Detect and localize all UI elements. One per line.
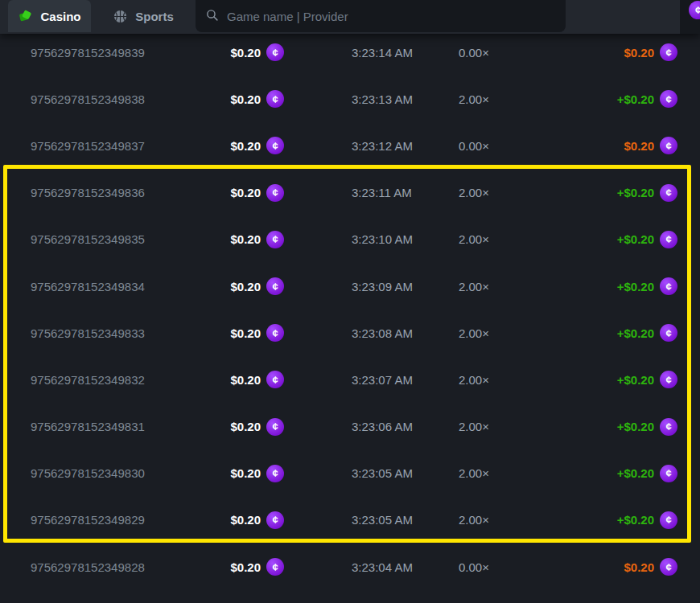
table-row[interactable]: 97562978152349832 $0.20 ¢ 3:23:07 AM 2.0… <box>0 356 700 403</box>
cent-glyph: ¢ <box>665 515 671 525</box>
currency-coin-icon: ¢ <box>266 558 284 576</box>
currency-coin-icon: ¢ <box>660 371 677 388</box>
bet-time: 3:23:04 AM <box>352 560 459 574</box>
basketball-icon <box>113 9 128 24</box>
bet-amount: $0.20 <box>230 186 261 199</box>
bet-time: 3:23:11 AM <box>352 186 459 199</box>
cent-glyph: ¢ <box>272 468 278 478</box>
bet-id: 97562978152349831 <box>31 420 228 433</box>
bet-multiplier: 2.00× <box>459 373 555 387</box>
bet-amount: $0.20 <box>230 92 261 106</box>
cent-glyph: ¢ <box>665 421 671 432</box>
tab-casino[interactable]: Casino <box>8 0 91 32</box>
table-row[interactable]: 97562978152349829 $0.20 ¢ 3:23:05 AM 2.0… <box>0 497 700 544</box>
bet-payout-group: $0.20 ¢ <box>555 43 677 61</box>
cent-glyph: ¢ <box>272 187 278 198</box>
table-row[interactable]: 97562978152349834 $0.20 ¢ 3:23:09 AM 2.0… <box>0 263 700 310</box>
bet-time: 3:23:10 AM <box>352 232 459 246</box>
bet-amount-group: $0.20 ¢ <box>228 465 284 482</box>
currency-coin-icon: ¢ <box>266 43 284 61</box>
bet-amount: $0.20 <box>230 326 261 340</box>
cent-glyph: ¢ <box>665 234 671 244</box>
bet-multiplier: 2.00× <box>459 92 555 106</box>
bet-id: 97562978152349838 <box>31 92 228 106</box>
currency-coin-icon: ¢ <box>660 511 677 529</box>
cent-glyph: ¢ <box>272 327 278 338</box>
currency-coin-icon: ¢ <box>266 324 284 342</box>
cent-glyph: ¢ <box>272 234 278 244</box>
bet-payout-group: +$0.20 ¢ <box>555 277 677 295</box>
currency-coin-icon: ¢ <box>660 43 677 61</box>
bet-payout-group: +$0.20 ¢ <box>555 371 677 388</box>
header-right-panel <box>566 0 680 34</box>
bet-multiplier: 2.00× <box>459 232 555 246</box>
bet-id: 97562978152349835 <box>31 232 228 246</box>
bet-amount-group: $0.20 ¢ <box>228 324 284 342</box>
table-row[interactable]: 97562978152349830 $0.20 ¢ 3:23:05 AM 2.0… <box>0 450 700 497</box>
bet-payout: +$0.20 <box>617 186 654 199</box>
currency-coin-icon: ¢ <box>660 324 677 342</box>
cent-glyph: ¢ <box>272 140 278 150</box>
table-row[interactable]: 97562978152349836 $0.20 ¢ 3:23:11 AM 2.0… <box>0 170 700 216</box>
bet-payout-group: +$0.20 ¢ <box>555 324 677 342</box>
currency-coin-icon: ¢ <box>266 231 284 248</box>
bet-time: 3:23:09 AM <box>352 280 459 293</box>
bet-id: 97562978152349839 <box>31 46 228 59</box>
currency-coin-icon: ¢ <box>660 90 677 108</box>
bet-payout: +$0.20 <box>617 232 654 246</box>
cent-glyph: ¢ <box>272 561 278 572</box>
search-icon <box>205 8 219 25</box>
bet-amount: $0.20 <box>230 513 261 527</box>
search-box[interactable] <box>196 0 566 32</box>
cent-glyph: ¢ <box>272 421 278 432</box>
bet-id: 97562978152349834 <box>31 280 228 293</box>
bet-payout: +$0.20 <box>617 373 654 387</box>
table-row[interactable]: 97562978152349828 $0.20 ¢ 3:23:04 AM 0.0… <box>0 544 700 590</box>
cent-glyph: ¢ <box>272 515 278 525</box>
currency-coin-icon: ¢ <box>266 511 284 529</box>
currency-coin-icon: ¢ <box>266 418 284 436</box>
cent-glyph: ¢ <box>272 374 278 384</box>
bet-id: 97562978152349828 <box>31 560 228 574</box>
bet-multiplier: 0.00× <box>459 46 555 59</box>
bet-multiplier: 0.00× <box>459 560 555 574</box>
table-row[interactable]: 97562978152349835 $0.20 ¢ 3:23:10 AM 2.0… <box>0 216 700 263</box>
bet-amount: $0.20 <box>230 466 261 480</box>
currency-coin-icon: ¢ <box>660 231 677 248</box>
cent-glyph: ¢ <box>665 561 671 572</box>
table-row[interactable]: 97562978152349837 $0.20 ¢ 3:23:12 AM 0.0… <box>0 122 700 169</box>
cent-glyph: ¢ <box>665 187 671 198</box>
tab-sports-label: Sports <box>135 10 174 23</box>
bet-payout-group: $0.20 ¢ <box>555 137 677 154</box>
bet-time: 3:23:12 AM <box>352 139 459 153</box>
currency-coin-icon: ¢ <box>660 137 677 154</box>
bet-payout-group: +$0.20 ¢ <box>555 465 677 482</box>
bet-time: 3:23:07 AM <box>352 373 459 387</box>
cent-glyph: ¢ <box>272 93 278 104</box>
bet-payout: $0.20 <box>624 139 654 153</box>
bet-payout-group: +$0.20 ¢ <box>555 184 677 202</box>
bet-payout: +$0.20 <box>617 92 654 106</box>
table-row[interactable]: 97562978152349838 $0.20 ¢ 3:23:13 AM 2.0… <box>0 76 700 122</box>
bet-payout: +$0.20 <box>617 466 654 480</box>
cent-glyph: ¢ <box>665 374 671 384</box>
currency-coin-icon: ¢ <box>266 137 284 154</box>
bet-payout: +$0.20 <box>617 513 654 527</box>
bet-amount-group: $0.20 ¢ <box>228 137 284 154</box>
bet-id: 97562978152349829 <box>31 513 228 527</box>
search-input[interactable] <box>227 10 556 23</box>
cent-glyph: ¢ <box>695 4 700 16</box>
bet-amount-group: $0.20 ¢ <box>228 418 284 436</box>
bet-multiplier: 2.00× <box>459 186 555 199</box>
bet-amount-group: $0.20 ¢ <box>228 43 284 61</box>
currency-coin-icon: ¢ <box>266 371 284 388</box>
cent-glyph: ¢ <box>665 468 671 478</box>
bet-time: 3:23:13 AM <box>352 92 459 106</box>
bet-payout: +$0.20 <box>617 326 654 340</box>
tab-sports[interactable]: Sports <box>91 0 196 32</box>
bet-time: 3:23:08 AM <box>352 326 459 340</box>
bet-multiplier: 2.00× <box>459 280 555 293</box>
table-row[interactable]: 97562978152349839 $0.20 ¢ 3:23:14 AM 0.0… <box>0 29 700 76</box>
table-row[interactable]: 97562978152349833 $0.20 ¢ 3:23:08 AM 2.0… <box>0 310 700 356</box>
table-row[interactable]: 97562978152349831 $0.20 ¢ 3:23:06 AM 2.0… <box>0 404 700 450</box>
